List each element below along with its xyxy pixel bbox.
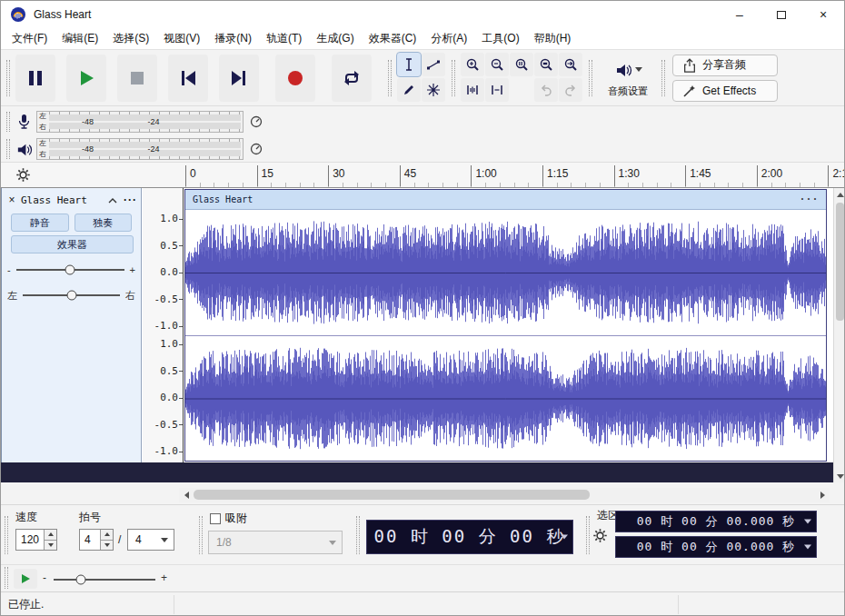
silence-selection-button[interactable] (485, 78, 509, 102)
pan-slider-thumb[interactable] (66, 291, 76, 301)
selection-options-button[interactable] (592, 528, 608, 546)
share-toolbar-grip[interactable] (661, 60, 665, 96)
scroll-left-button[interactable] (179, 488, 194, 502)
skip-to-end-button[interactable] (219, 55, 259, 102)
menu-item[interactable]: 文件(F) (5, 28, 55, 49)
horizontal-scrollbar[interactable] (179, 488, 830, 502)
transport-toolbar-grip[interactable] (6, 60, 10, 96)
selection-end-field[interactable]: 00 时 00 分 00.000 秒 (615, 536, 817, 558)
horizontal-scrollbar-track[interactable] (194, 488, 815, 502)
menu-item[interactable]: 工具(O) (474, 28, 526, 49)
speed-spinner[interactable] (44, 530, 56, 550)
envelope-tool-button[interactable] (422, 53, 445, 76)
time-toolbar-grip[interactable] (356, 516, 360, 554)
fit-selection-button[interactable] (510, 53, 533, 76)
gain-slider-track[interactable] (16, 269, 124, 271)
vertical-scrollbar-thumb[interactable] (836, 203, 844, 321)
waveform-left-channel[interactable] (185, 210, 826, 335)
menu-item[interactable]: 播录(N) (207, 28, 259, 49)
pan-slider[interactable]: 左 右 (7, 288, 135, 303)
effects-button[interactable]: 效果器 (11, 235, 134, 253)
timesig-toolbar-grip[interactable] (5, 516, 8, 554)
play-button[interactable] (66, 55, 106, 102)
timesig-upper-input[interactable]: 4 (79, 529, 114, 551)
horizontal-scrollbar-thumb[interactable] (194, 490, 590, 500)
menu-item[interactable]: 效果器(C) (362, 28, 424, 49)
track-menu-button[interactable]: ··· (124, 194, 137, 206)
snap-checkbox-row[interactable]: 吸附 (210, 511, 247, 526)
draw-tool-button[interactable] (397, 78, 421, 102)
audio-clip[interactable]: Glass Heart ··· (184, 189, 827, 462)
snap-toolbar-grip[interactable] (199, 516, 203, 554)
playback-meter-grip[interactable] (6, 139, 10, 159)
menu-item[interactable]: 编辑(E) (55, 28, 105, 49)
menu-item[interactable]: 视图(V) (156, 28, 207, 49)
waveform-right-channel[interactable] (185, 336, 826, 461)
get-effects-button[interactable]: Get Effects (672, 80, 778, 102)
recording-meter[interactable]: 左 右 -48 -24 (1, 109, 263, 134)
multi-tool-button[interactable] (422, 78, 445, 102)
scroll-down-button[interactable] (834, 470, 845, 482)
recording-meter-bar[interactable]: 左 右 -48 -24 (36, 111, 244, 133)
selection-start-field[interactable]: 00 时 00 分 00.000 秒 (615, 511, 817, 532)
play-at-speed-button[interactable] (14, 569, 37, 589)
mute-button[interactable]: 静音 (11, 214, 69, 232)
timesig-lower-select[interactable]: 4 (127, 529, 174, 551)
play-speed-slider-thumb[interactable] (76, 575, 86, 585)
track-name[interactable]: Glass Heart (21, 194, 107, 206)
trim-outside-selection-button[interactable] (461, 78, 484, 102)
vertical-scrollbar[interactable] (833, 188, 845, 482)
timesig-spinner[interactable] (100, 530, 113, 550)
stop-button[interactable] (117, 55, 157, 102)
gain-slider[interactable]: - + (7, 263, 135, 277)
undo-button[interactable] (534, 78, 558, 102)
collapse-chevron-icon[interactable] (107, 196, 118, 204)
fit-project-button[interactable] (534, 53, 558, 76)
scroll-up-button[interactable] (834, 188, 845, 201)
tools-toolbar-grip[interactable] (388, 60, 392, 96)
menu-item[interactable]: 帮助(H) (527, 28, 579, 49)
share-audio-button[interactable]: 分享音频 (672, 55, 778, 76)
meter-gauge-icon[interactable] (249, 142, 263, 156)
speed-value[interactable]: 120 (16, 530, 44, 550)
menu-item[interactable]: 选择(S) (105, 28, 156, 49)
zoom-toggle-button[interactable] (559, 53, 582, 76)
clip-header[interactable]: Glass Heart ··· (185, 190, 826, 210)
redo-button[interactable] (559, 78, 582, 102)
pan-slider-track[interactable] (23, 294, 120, 296)
pause-button[interactable] (15, 55, 55, 102)
playback-meter-bar[interactable]: 左 右 -48 -24 (36, 138, 244, 160)
audio-setup-button[interactable]: 音频设置 (600, 58, 656, 98)
selection-tool-button[interactable] (397, 53, 421, 76)
timeline-options-button[interactable] (15, 167, 31, 185)
timeline-ticks[interactable]: 01530451:001:151:301:452:002:15 (185, 163, 833, 187)
speed-input[interactable]: 120 (15, 529, 57, 551)
scroll-right-button[interactable] (815, 488, 830, 502)
time-display[interactable]: 00 时 00 分 00 秒 (366, 520, 573, 554)
solo-button[interactable]: 独奏 (75, 214, 133, 232)
playback-meter[interactable]: 左 右 -48 -24 (1, 136, 263, 162)
play-speed-slider[interactable] (54, 579, 155, 581)
skip-to-start-button[interactable] (168, 55, 208, 102)
meter-gauge-icon[interactable] (249, 114, 263, 129)
snap-select[interactable]: 1/8 (208, 531, 343, 554)
minimize-button[interactable]: – (719, 1, 760, 28)
menu-item[interactable]: 分析(A) (423, 28, 474, 49)
timeline[interactable]: 01530451:001:151:301:452:002:15 (1, 163, 844, 188)
audio-setup-grip[interactable] (589, 60, 592, 96)
recording-meter-grip[interactable] (6, 112, 10, 132)
maximize-button[interactable] (760, 1, 802, 28)
zoom-out-button[interactable] (485, 53, 509, 76)
snap-checkbox[interactable] (210, 513, 221, 524)
loop-button[interactable] (332, 55, 372, 102)
gain-slider-thumb[interactable] (65, 265, 75, 275)
clip-menu-button[interactable]: ··· (800, 194, 819, 204)
menu-item[interactable]: 轨道(T) (259, 28, 309, 49)
timesig-upper-value[interactable]: 4 (80, 530, 100, 550)
menu-item[interactable]: 生成(G) (309, 28, 361, 49)
play-at-speed-grip[interactable] (5, 567, 8, 589)
close-button[interactable]: × (802, 1, 844, 28)
edit-toolbar-grip[interactable] (452, 60, 455, 96)
selection-toolbar-grip[interactable] (586, 516, 590, 554)
zoom-in-button[interactable] (461, 53, 484, 76)
